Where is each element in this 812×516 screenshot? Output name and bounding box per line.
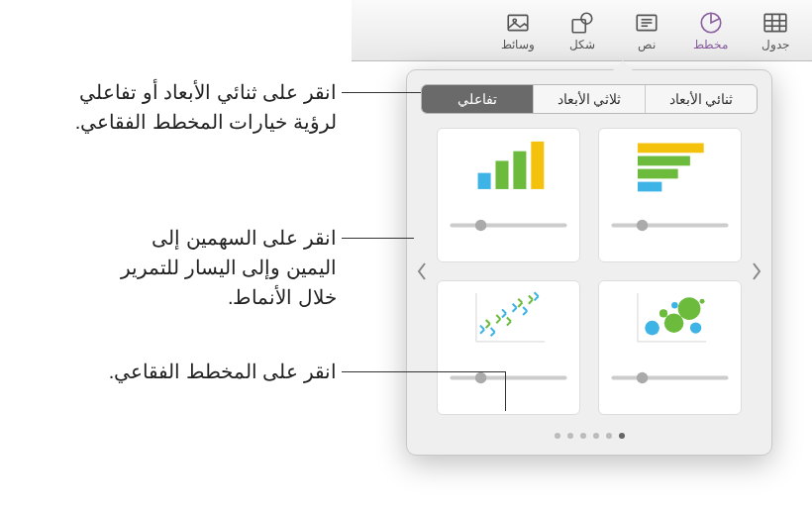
svg-point-11 [580,13,591,24]
slider-icon [607,350,733,406]
toolbar-item-media[interactable]: وسائط [490,10,545,52]
svg-rect-22 [638,169,678,179]
toolbar-item-table[interactable]: جدول [748,10,802,52]
callout-text-2: انقر على السهمين إلى اليمين وإلى اليسار … [99,223,337,312]
scatter-thumb[interactable] [437,280,580,415]
scatter-icon [446,289,571,346]
toolbar-item-text[interactable]: نص [619,10,673,52]
page-dot[interactable] [555,433,560,439]
svg-point-25 [637,220,648,231]
callout-line [342,371,505,372]
toolbar-label: نص [638,38,656,52]
toolbar-label: وسائط [501,38,535,52]
shape-icon [567,10,597,36]
toolbar-label: شكل [569,38,595,52]
page-dot[interactable] [567,433,573,439]
toolbar: جدول مخطط نص شكل وسائط [352,0,812,61]
chevron-left-icon[interactable] [412,257,432,286]
horizontal-bar-thumb[interactable] [598,128,742,262]
callout-text-3: انقر على المخطط الفقاعي. [89,357,337,386]
callout-text-1: انقر على ثنائي الأبعاد أو تفاعلي لرؤية خ… [59,77,337,137]
chevron-right-icon[interactable] [747,257,766,286]
page-dots[interactable] [407,433,771,439]
svg-rect-16 [513,152,526,189]
svg-point-29 [475,372,486,383]
segment-3d[interactable]: ثلاثي الأبعاد [533,85,645,113]
svg-point-35 [671,302,678,309]
toolbar-item-chart[interactable]: مخطط [683,10,738,52]
vertical-bar-thumb[interactable] [437,128,580,262]
svg-rect-10 [572,19,585,32]
svg-point-36 [678,297,701,320]
toolbar-item-shape[interactable]: شكل [555,10,609,52]
svg-point-19 [475,220,486,231]
svg-point-34 [664,313,684,333]
callout-line [505,371,506,411]
bubble-thumb[interactable] [598,280,742,415]
callout-line [342,238,414,239]
page-dot[interactable] [593,433,599,439]
segmented-control: تفاعلي ثلاثي الأبعاد ثنائي الأبعاد [421,84,758,114]
toolbar-label: مخطط [693,38,728,52]
svg-rect-17 [531,142,544,189]
svg-rect-0 [764,14,786,31]
page-dot[interactable] [580,433,586,439]
text-icon [632,10,661,36]
table-icon [761,10,790,36]
svg-point-33 [660,309,667,317]
svg-point-32 [645,321,660,336]
segment-2d[interactable]: ثنائي الأبعاد [645,85,757,113]
bubble-icon [607,289,733,346]
svg-rect-23 [638,182,661,192]
slider-icon [446,197,571,254]
svg-rect-14 [478,173,491,189]
media-icon [503,10,533,36]
horizontal-bar-icon [607,137,733,193]
page-dot[interactable] [606,433,612,439]
svg-rect-21 [638,156,690,166]
svg-rect-12 [508,15,528,30]
chart-icon [696,10,726,36]
callout-line [342,92,421,93]
svg-point-38 [700,299,705,304]
chart-popover: تفاعلي ثلاثي الأبعاد ثنائي الأبعاد [406,69,772,456]
vertical-bar-icon [446,137,571,193]
svg-rect-15 [495,160,508,189]
segment-interactive[interactable]: تفاعلي [422,85,533,113]
toolbar-label: جدول [761,38,789,52]
svg-point-37 [690,322,701,333]
svg-point-40 [637,372,648,383]
svg-rect-20 [638,144,704,154]
page-dot[interactable] [619,433,625,439]
slider-icon [607,197,733,254]
slider-icon [446,350,571,406]
